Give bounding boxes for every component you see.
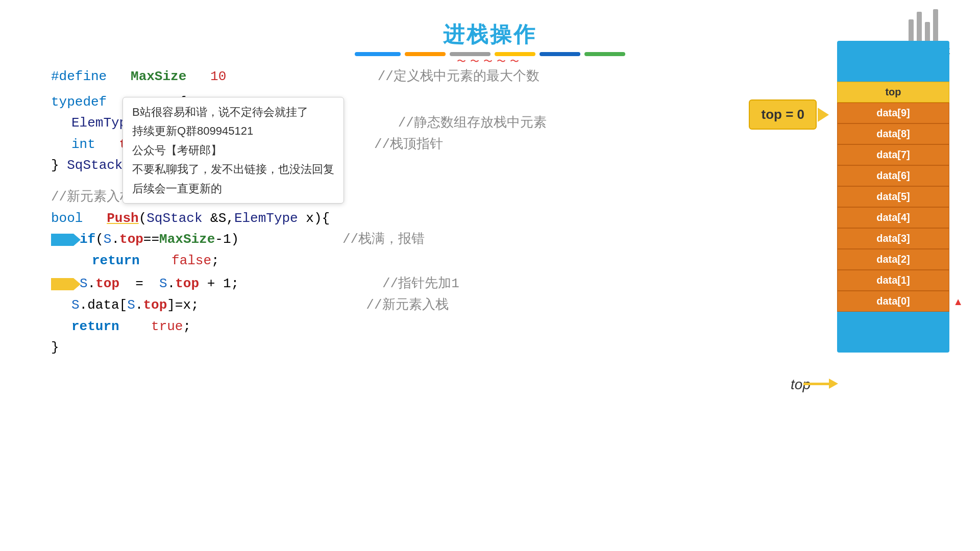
memory-cell-top: top [837, 82, 949, 103]
if-line: if(S.top==MaxSize-1) //栈满，报错 [51, 229, 547, 251]
memory-cell-data2: data[2] [837, 249, 949, 270]
memory-bottom-cap [837, 312, 949, 353]
push-fn-line: bool Push(SqStack &S,ElemType x){ [51, 208, 547, 230]
popup-line5: 后续会一直更新的 [132, 179, 334, 198]
sdata-line: S.data[S.top]=x; //新元素入栈 [51, 295, 547, 316]
stop-line: S.top = S.top + 1; //指针先加1 [51, 273, 547, 295]
define-line: #define MaxSize 10 //定义栈中元素的最大个数 [51, 66, 547, 88]
memory-top-cap [837, 41, 949, 82]
top-arrow-shaft [803, 383, 829, 385]
top-arrow-head [829, 379, 838, 389]
memory-cell-data0: data[0]▲ [837, 291, 949, 312]
memory-cell-data5: data[5] [837, 186, 949, 207]
triangle-marker: ▲ [953, 295, 963, 307]
title-bar [355, 52, 401, 56]
popup-line1: B站很容易和谐，说不定待会就挂了 [132, 103, 334, 121]
memory-cell-data9: data[9] [837, 103, 949, 123]
blue-arrow-if [51, 234, 74, 246]
memory-cell-data7: data[7] [837, 144, 949, 165]
page-title: 进栈操作 [0, 0, 980, 49]
return-false-line: return false; [51, 251, 547, 272]
yellow-arrow-stop [51, 278, 74, 290]
memory-cell-data4: data[4] [837, 207, 949, 228]
popup-line4: 不要私聊我了，发不出链接，也没法回复 [132, 160, 334, 179]
return-true-line: return true; [51, 316, 547, 338]
popup-line2: 持续更新Q群809945121 [132, 121, 334, 140]
popup-line3: 公众号【考研郎】 [132, 141, 334, 160]
title-bar [540, 52, 580, 56]
top-bottom-arrow-container [803, 379, 838, 389]
memory-cell-data8: data[8] [837, 123, 949, 144]
memory-cell-data3: data[3] [837, 228, 949, 249]
memory-cell-data1: data[1] [837, 270, 949, 291]
title-wavy: 〜〜〜〜〜 [0, 55, 980, 67]
memory-panel: topdata[9]data[8]data[7]data[6]data[5]da… [837, 41, 949, 353]
memory-cell-data6: data[6] [837, 165, 949, 186]
popup-tooltip: B站很容易和谐，说不定待会就挂了 持续更新Q群809945121 公众号【考研郎… [122, 97, 344, 204]
memory-cells: topdata[9]data[8]data[7]data[6]data[5]da… [837, 82, 949, 312]
title-bar [405, 52, 446, 56]
title-bar [584, 52, 625, 56]
top-value-badge: top = 0 [749, 99, 817, 130]
close-brace-line: } [51, 337, 547, 359]
